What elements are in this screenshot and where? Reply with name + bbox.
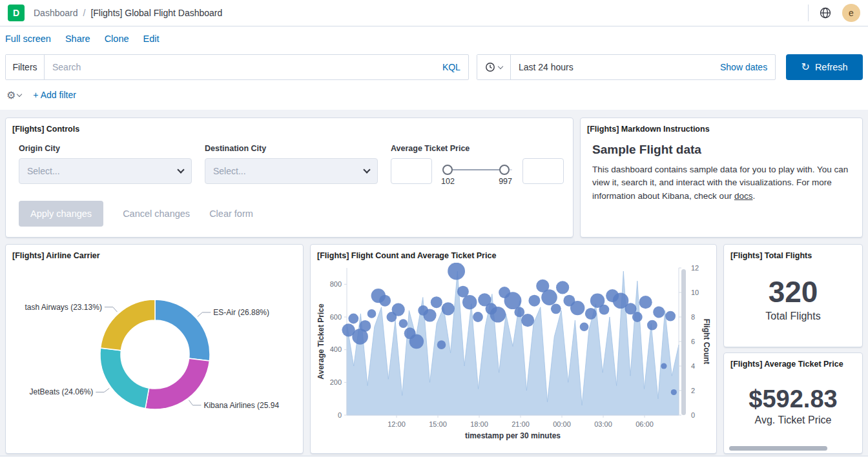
flight-count-bubble[interactable]	[367, 309, 377, 318]
cancel-changes-button[interactable]: Cancel changes	[123, 209, 190, 219]
flight-count-bubble[interactable]	[570, 301, 584, 315]
flight-count-bubble[interactable]	[521, 314, 534, 327]
left-axis-tick-label: 400	[330, 345, 342, 353]
flight-count-bubble[interactable]	[437, 340, 446, 349]
left-axis-tick-label: 600	[330, 313, 342, 321]
price-min-input[interactable]	[391, 158, 432, 184]
donut-label-line	[189, 400, 201, 405]
donut-label: ES-Air (26.88%)	[213, 308, 269, 317]
filters-button[interactable]: Filters	[6, 55, 45, 79]
edit-link[interactable]: Edit	[143, 34, 160, 44]
flight-count-bubble[interactable]	[661, 363, 666, 369]
filter-settings-button[interactable]: ⚙	[6, 89, 21, 101]
flight-count-bubble[interactable]	[423, 309, 436, 321]
share-link[interactable]: Share	[65, 34, 90, 44]
flight-count-bubble[interactable]	[599, 305, 610, 315]
query-bar: Filters KQL Last 24 hours Show dates ↻ R…	[0, 51, 868, 83]
right-axis-tick-label: 0	[691, 411, 695, 419]
space-avatar-icon[interactable]: D	[8, 5, 25, 21]
donut-slice[interactable]	[145, 358, 209, 409]
chevron-down-icon	[17, 91, 22, 96]
flight-count-bubble[interactable]	[473, 312, 483, 322]
total-flights-value: 320	[769, 274, 818, 309]
docs-link[interactable]: docs	[734, 191, 753, 201]
flight-count-bubble[interactable]	[665, 311, 676, 321]
flight-count-bubble[interactable]	[580, 322, 589, 331]
refresh-button[interactable]: ↻ Refresh	[786, 54, 863, 80]
flight-count-bubble[interactable]	[409, 334, 424, 349]
flight-count-bubble[interactable]	[399, 319, 408, 328]
origin-city-select[interactable]: Select...	[19, 158, 192, 184]
donut-label-line	[96, 388, 109, 392]
chart-vertical-scrollbar[interactable]	[681, 269, 686, 415]
slider-handle-max[interactable]	[499, 165, 510, 175]
flight-count-bubble[interactable]	[348, 314, 358, 324]
donut-label-line	[105, 307, 118, 312]
x-axis-title: timestamp per 30 minutes	[465, 431, 561, 440]
kql-toggle[interactable]: KQL	[435, 55, 468, 79]
donut-slice[interactable]	[100, 348, 149, 409]
time-range-value[interactable]: Last 24 hours	[511, 62, 712, 72]
filter-bar: ⚙ + Add filter	[0, 83, 868, 107]
avg-ticket-price-control: Average Ticket Price 102 997	[391, 144, 564, 184]
flight-count-bubble[interactable]	[392, 303, 405, 316]
right-axis-title: Flight Count	[702, 319, 711, 365]
flight-count-bubble[interactable]	[632, 312, 643, 322]
x-axis-tick-label: 00:00	[553, 420, 571, 428]
horizontal-scrollbar[interactable]	[729, 446, 827, 451]
dashboard-toolbar: Full screen Share Clone Edit	[0, 26, 868, 51]
origin-city-label: Origin City	[19, 144, 192, 153]
show-dates-link[interactable]: Show dates	[712, 62, 775, 72]
donut-label: Kibana Airlines (25.94	[203, 401, 279, 410]
flight-count-bubble[interactable]	[528, 295, 540, 307]
flight-count-bubble[interactable]	[639, 296, 652, 309]
flight-count-bubble[interactable]	[431, 296, 442, 308]
flight-count-bubble[interactable]	[541, 289, 557, 305]
add-filter-link[interactable]: + Add filter	[33, 90, 76, 100]
left-axis-title: Average Ticket Price	[316, 303, 326, 380]
flight-count-bubble[interactable]	[671, 389, 677, 395]
panel-title: [Flights] Total Flights	[729, 250, 857, 260]
apply-changes-button[interactable]: Apply changes	[19, 201, 103, 227]
airline-carrier-donut-chart[interactable]: ES-Air (26.88%)Kibana Airlines (25.94Jet…	[11, 260, 298, 454]
flight-count-bubble[interactable]	[514, 307, 524, 318]
clone-link[interactable]: Clone	[105, 34, 129, 44]
avg-ticket-price-label: Average Ticket Price	[391, 144, 564, 153]
flight-count-bubble[interactable]	[551, 303, 561, 314]
destination-city-select[interactable]: Select...	[205, 158, 378, 184]
refresh-icon: ↻	[801, 62, 809, 72]
x-axis-tick-label: 21:00	[512, 420, 530, 428]
flight-count-bubble[interactable]	[490, 307, 506, 323]
panel-markdown-instructions: [Flights] Markdown Instructions Sample F…	[580, 117, 863, 238]
full-screen-link[interactable]: Full screen	[5, 34, 51, 44]
price-max-input[interactable]	[522, 158, 564, 184]
slider-handle-min[interactable]	[442, 165, 453, 175]
donut-slice[interactable]	[155, 300, 210, 361]
time-picker-quick-menu[interactable]	[477, 55, 511, 79]
user-avatar[interactable]: e	[842, 4, 860, 22]
panel-title: [Flights] Markdown Instructions	[586, 123, 857, 134]
breadcrumb-separator: /	[83, 8, 86, 18]
clear-form-button[interactable]: Clear form	[209, 209, 253, 219]
flight-count-bubble[interactable]	[462, 295, 477, 309]
flight-count-bubble[interactable]	[359, 320, 371, 332]
flight-count-bubble[interactable]	[379, 295, 391, 307]
x-axis-tick-label: 15:00	[429, 420, 447, 428]
dashboard-grid: [Flights] Controls Origin City Select...…	[0, 110, 868, 459]
flight-count-bubble[interactable]	[442, 302, 455, 315]
flight-count-bubble[interactable]	[647, 320, 657, 331]
markdown-heading: Sample Flight data	[592, 143, 851, 157]
flight-count-bubble[interactable]	[653, 306, 665, 318]
flight-count-bubble[interactable]	[585, 308, 597, 320]
flight-count-bubble[interactable]	[556, 281, 569, 294]
left-axis-tick-label: 800	[330, 280, 342, 288]
globe-icon[interactable]	[819, 6, 832, 19]
flight-count-bubble[interactable]	[448, 263, 465, 280]
x-axis-tick-label: 18:00	[470, 420, 488, 428]
search-input[interactable]	[45, 55, 435, 79]
flight-count-area-chart[interactable]: 020040060080002468101212:0015:0018:0021:…	[316, 263, 711, 446]
avg-ticket-price-value: $592.83	[749, 385, 837, 413]
chevron-down-icon	[177, 166, 184, 173]
flight-count-bubble[interactable]	[504, 292, 522, 309]
breadcrumb-dashboard[interactable]: Dashboard	[34, 8, 78, 18]
